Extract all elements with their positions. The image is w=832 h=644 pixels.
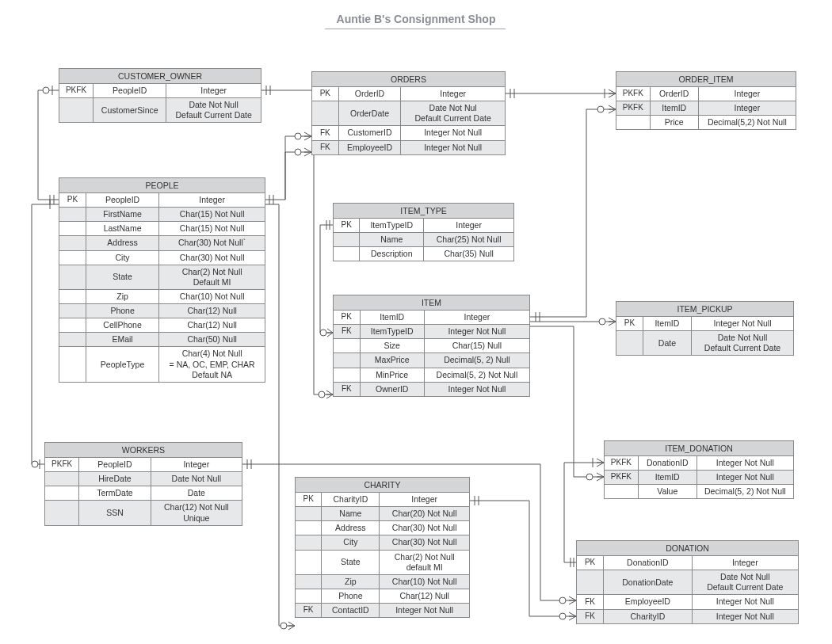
title-underline bbox=[325, 29, 506, 29]
field-cell: EmployeeID bbox=[338, 140, 401, 154]
svg-line-15 bbox=[304, 152, 311, 156]
key-cell bbox=[59, 250, 86, 265]
table-row: PKOrderIDInteger bbox=[312, 87, 505, 101]
field-cell: OrderID bbox=[338, 87, 401, 101]
field-cell: CustomerID bbox=[338, 126, 401, 140]
entity-fields: PKFKDonationIDInteger Not NullPKFKItemID… bbox=[605, 456, 793, 498]
type-cell: Char(25) Not Null bbox=[424, 233, 513, 247]
table-row: MinPriceDecimal(5, 2) Not Null bbox=[334, 368, 529, 382]
table-row: CityChar(30) Not Null bbox=[296, 535, 469, 550]
table-row: FKContactIDInteger Not Null bbox=[296, 604, 469, 618]
diagram-title: Auntie B's Consignment Shop bbox=[0, 13, 832, 25]
svg-point-49 bbox=[586, 474, 593, 480]
type-cell: Char(12) Null bbox=[159, 304, 265, 318]
field-cell: TermDate bbox=[79, 486, 151, 501]
table-row: PKDonationIDInteger bbox=[577, 556, 798, 570]
field-cell: Zip bbox=[322, 574, 380, 589]
field-cell: MinPrice bbox=[360, 368, 424, 382]
key-cell bbox=[605, 485, 638, 499]
svg-line-42 bbox=[609, 105, 616, 109]
table-row: AddressChar(30) Not Null` bbox=[59, 236, 265, 250]
table-row: PKFKItemIDInteger Not Null bbox=[605, 471, 793, 485]
type-cell: Char(15) Not Null bbox=[159, 222, 265, 236]
entity-header: ORDERS bbox=[312, 72, 505, 87]
type-cell: Integer bbox=[424, 219, 513, 233]
field-cell: OrderDate bbox=[338, 101, 401, 126]
svg-line-10 bbox=[304, 132, 311, 136]
type-cell: Integer bbox=[424, 311, 529, 325]
svg-point-17 bbox=[281, 623, 287, 629]
field-cell: Description bbox=[360, 247, 424, 261]
key-cell bbox=[577, 570, 604, 595]
table-row: NameChar(20) Not Null bbox=[296, 507, 469, 521]
type-cell: Char(35) Null bbox=[424, 247, 513, 261]
field-cell: Phone bbox=[322, 589, 380, 603]
key-cell bbox=[334, 233, 360, 247]
key-cell: PKFK bbox=[45, 458, 79, 472]
type-cell: Integer Not Null bbox=[697, 456, 793, 471]
field-cell: FirstName bbox=[86, 208, 158, 222]
svg-point-67 bbox=[559, 613, 566, 619]
table-row: PKItemIDInteger Not Null bbox=[616, 317, 793, 331]
field-cell: Zip bbox=[86, 289, 158, 303]
table-row: NameChar(25) Not Null bbox=[334, 233, 513, 247]
svg-line-25 bbox=[327, 333, 333, 337]
table-row: DescriptionChar(35) Null bbox=[334, 247, 513, 261]
table-row: CustomerSinceDate Not NullDefault Curren… bbox=[59, 98, 261, 123]
key-cell bbox=[59, 265, 86, 289]
field-cell: OwnerID bbox=[360, 382, 424, 396]
table-row: HireDateDate Not Null bbox=[45, 472, 242, 486]
key-cell: FK bbox=[334, 325, 360, 339]
entity-fields: PKDonationIDIntegerDonationDateDate Not … bbox=[577, 556, 798, 623]
table-row: FKItemTypeIDInteger Not Null bbox=[334, 325, 529, 339]
svg-point-2 bbox=[43, 87, 49, 93]
type-cell: Integer Not Null bbox=[424, 325, 529, 339]
field-cell: LastName bbox=[86, 222, 158, 236]
table-row: FKCustomerIDInteger Not Null bbox=[312, 126, 505, 140]
entity-fields: PKOrderIDIntegerOrderDateDate Not NulDef… bbox=[312, 87, 505, 154]
key-cell: PK bbox=[312, 87, 338, 101]
entity-fields: PKCharityIDIntegerNameChar(20) Not NullA… bbox=[296, 493, 469, 617]
key-cell bbox=[296, 507, 322, 521]
key-cell bbox=[45, 501, 79, 525]
type-cell: Char(15) Not Null bbox=[159, 208, 265, 222]
table-row: ValueDecimal(5, 2) Not Null bbox=[605, 485, 793, 499]
key-cell bbox=[334, 368, 360, 382]
table-row: PKItemTypeIDInteger bbox=[334, 219, 513, 233]
key-cell: FK bbox=[577, 595, 604, 609]
type-cell: Char(15) Null bbox=[424, 339, 529, 353]
key-cell bbox=[296, 589, 322, 603]
entity-item-pickup: ITEM_PICKUPPKItemIDInteger Not NullDateD… bbox=[616, 301, 794, 356]
table-row: FKOwnerIDInteger Not Null bbox=[334, 382, 529, 396]
svg-line-63 bbox=[569, 600, 576, 604]
svg-line-30 bbox=[326, 391, 333, 394]
svg-point-41 bbox=[597, 106, 604, 112]
key-cell bbox=[296, 521, 322, 535]
type-cell: Char(12) Not NullUnique bbox=[151, 501, 242, 525]
svg-line-14 bbox=[304, 148, 311, 152]
table-row: PeopleTypeChar(4) Not Null= NA, OC, EMP,… bbox=[59, 347, 265, 382]
type-cell: Char(10) Not Null bbox=[159, 289, 265, 303]
type-cell: Integer Not Null bbox=[692, 317, 793, 331]
key-cell: PK bbox=[59, 193, 86, 208]
entity-header: CHARITY bbox=[296, 478, 469, 493]
svg-line-50 bbox=[597, 473, 604, 477]
table-row: DonationDateDate Not NullDefault Current… bbox=[577, 570, 798, 595]
svg-line-31 bbox=[326, 394, 333, 398]
field-cell: ItemTypeID bbox=[360, 325, 424, 339]
key-cell: FK bbox=[296, 604, 322, 618]
field-cell: CellPhone bbox=[86, 318, 158, 333]
entity-orders: ORDERSPKOrderIDIntegerOrderDateDate Not … bbox=[311, 71, 506, 155]
key-cell bbox=[59, 289, 86, 303]
table-row: DateDate Not NullDefault Current Date bbox=[616, 331, 793, 356]
entity-header: CUSTOMER_OWNER bbox=[59, 69, 261, 84]
entity-donation: DONATIONPKDonationIDIntegerDonationDateD… bbox=[576, 540, 799, 624]
type-cell: Integer bbox=[166, 84, 261, 98]
type-cell: Char(30) Not Null bbox=[380, 521, 469, 535]
key-cell bbox=[616, 331, 643, 356]
entity-item-donation: ITEM_DONATIONPKFKDonationIDInteger Not N… bbox=[604, 440, 794, 499]
entity-fields: PKPeopleIDIntegerFirstNameChar(15) Not N… bbox=[59, 193, 265, 382]
field-cell: PeopleType bbox=[86, 347, 158, 382]
svg-point-29 bbox=[319, 391, 325, 398]
field-cell: Value bbox=[638, 485, 697, 499]
